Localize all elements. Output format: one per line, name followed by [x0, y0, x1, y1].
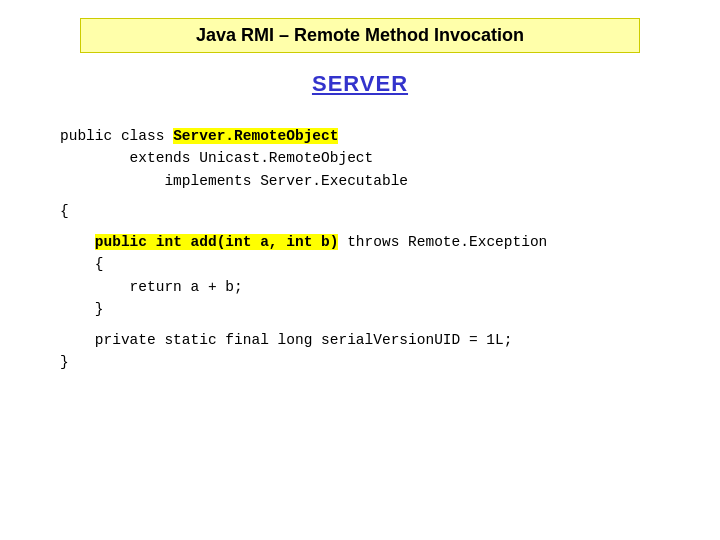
subtitle-text: SERVER: [312, 71, 408, 96]
code-line-method-brace-close: }: [60, 298, 690, 320]
code-line-brace-open: {: [60, 200, 690, 222]
spacer-3: [60, 321, 690, 329]
method-signature-highlight: public int add(int a, int b): [95, 234, 339, 250]
code-line-method: public int add(int a, int b) throws Remo…: [60, 231, 690, 253]
code-line-1: public class Server.RemoteObject: [60, 125, 690, 147]
spacer-2: [60, 223, 690, 231]
keyword-public: public class: [60, 128, 173, 144]
code-line-brace-close: }: [60, 351, 690, 373]
code-line-implements: implements Server.Executable: [60, 170, 690, 192]
title-text: Java RMI – Remote Method Invocation: [196, 25, 524, 45]
code-line-serial: private static final long serialVersionU…: [60, 329, 690, 351]
code-block: public class Server.RemoteObject extends…: [30, 125, 690, 374]
code-line-method-brace-open: {: [60, 253, 690, 275]
spacer-1: [60, 192, 690, 200]
slide-container: Java RMI – Remote Method Invocation SERV…: [0, 0, 720, 540]
code-line-extends: extends Unicast.RemoteObject: [60, 147, 690, 169]
slide-title: Java RMI – Remote Method Invocation: [80, 18, 640, 53]
code-line-return: return a + b;: [60, 276, 690, 298]
slide-subtitle: SERVER: [312, 71, 408, 97]
class-name-highlight: Server.RemoteObject: [173, 128, 338, 144]
